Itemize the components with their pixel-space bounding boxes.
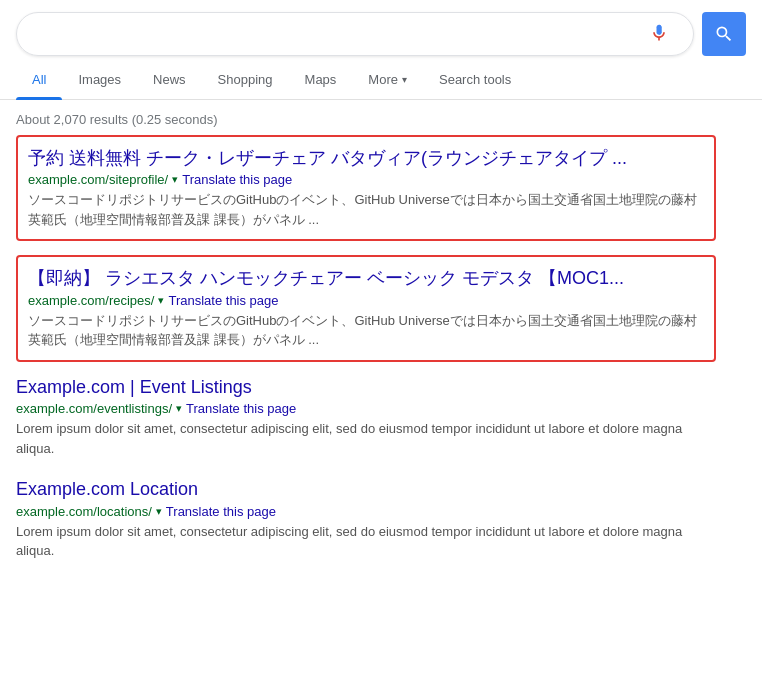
result-title[interactable]: Example.com | Event Listings: [16, 376, 716, 399]
search-bar: site:example.com/: [16, 12, 694, 56]
dropdown-arrow-icon[interactable]: ▾: [172, 173, 178, 186]
tab-all[interactable]: All: [16, 60, 62, 99]
search-button[interactable]: [702, 12, 746, 56]
dropdown-arrow-icon[interactable]: ▾: [176, 402, 182, 415]
translate-link[interactable]: Translate this page: [168, 293, 278, 308]
translate-link[interactable]: Translate this page: [186, 401, 296, 416]
result-snippet: ソースコードリポジトリサービスのGitHubのイベント、GitHub Unive…: [28, 190, 704, 229]
result-url: example.com/recipes/: [28, 293, 154, 308]
tab-more[interactable]: More ▾: [352, 60, 423, 99]
result-url-row: example.com/eventlistings/ ▾ Translate t…: [16, 401, 716, 416]
result-item: Example.com | Event Listings example.com…: [16, 376, 716, 458]
search-input[interactable]: site:example.com/: [33, 25, 649, 43]
dropdown-arrow-icon[interactable]: ▾: [158, 294, 164, 307]
result-url: example.com/eventlistings/: [16, 401, 172, 416]
mic-icon: [649, 23, 669, 43]
tab-search-tools[interactable]: Search tools: [423, 60, 527, 99]
result-item: Example.com Location example.com/locatio…: [16, 478, 716, 560]
tab-news[interactable]: News: [137, 60, 202, 99]
results-info: About 2,070 results (0.25 seconds): [0, 100, 762, 135]
result-url-row: example.com/siteprofile/ ▾ Translate thi…: [28, 172, 704, 187]
result-item: 予約 送料無料 チーク・レザーチェア バタヴィア(ラウンジチェアタイプ ... …: [16, 135, 716, 241]
dropdown-arrow-icon[interactable]: ▾: [156, 505, 162, 518]
result-url: example.com/siteprofile/: [28, 172, 168, 187]
results-count-text: About 2,070 results (0.25 seconds): [16, 112, 218, 127]
result-url-row: example.com/locations/ ▾ Translate this …: [16, 504, 716, 519]
result-url: example.com/locations/: [16, 504, 152, 519]
result-title[interactable]: Example.com Location: [16, 478, 716, 501]
result-snippet: Lorem ipsum dolor sit amet, consectetur …: [16, 419, 716, 458]
results-container: 予約 送料無料 チーク・レザーチェア バタヴィア(ラウンジチェアタイプ ... …: [0, 135, 762, 561]
result-title[interactable]: 予約 送料無料 チーク・レザーチェア バタヴィア(ラウンジチェアタイプ ...: [28, 147, 704, 170]
translate-link[interactable]: Translate this page: [166, 504, 276, 519]
mic-button[interactable]: [649, 23, 669, 46]
chevron-down-icon: ▾: [402, 74, 407, 85]
tab-images[interactable]: Images: [62, 60, 137, 99]
translate-link[interactable]: Translate this page: [182, 172, 292, 187]
result-item: 【即納】 ラシエスタ ハンモックチェアー ベーシック モデスタ 【MOC1...…: [16, 255, 716, 361]
search-icon: [714, 24, 734, 44]
result-title[interactable]: 【即納】 ラシエスタ ハンモックチェアー ベーシック モデスタ 【MOC1...: [28, 267, 704, 290]
tab-maps[interactable]: Maps: [289, 60, 353, 99]
nav-tabs: All Images News Shopping Maps More ▾ Sea…: [0, 60, 762, 100]
tab-shopping[interactable]: Shopping: [202, 60, 289, 99]
result-snippet: ソースコードリポジトリサービスのGitHubのイベント、GitHub Unive…: [28, 311, 704, 350]
search-bar-area: site:example.com/: [0, 0, 762, 56]
result-url-row: example.com/recipes/ ▾ Translate this pa…: [28, 293, 704, 308]
result-snippet: Lorem ipsum dolor sit amet, consectetur …: [16, 522, 716, 561]
